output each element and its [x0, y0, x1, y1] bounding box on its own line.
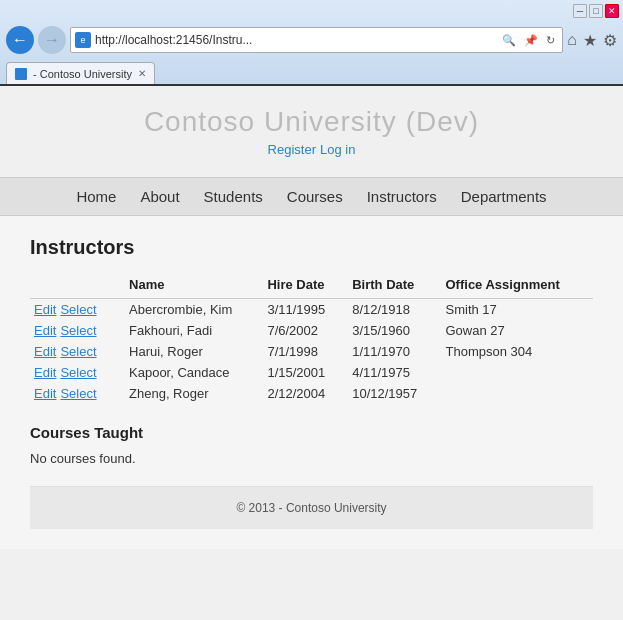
refresh-icon[interactable]: ↻ — [543, 33, 558, 48]
birth-date: 8/12/1918 — [348, 299, 441, 321]
birth-date: 10/12/1957 — [348, 383, 441, 404]
no-courses-message: No courses found. — [30, 451, 593, 466]
content-area: Instructors Name Hire Date Birth Date Of… — [0, 216, 623, 549]
edit-button[interactable]: Edit — [34, 344, 56, 359]
minimize-button[interactable]: ─ — [573, 4, 587, 18]
courses-taught-heading: Courses Taught — [30, 424, 593, 441]
nav-departments[interactable]: Departments — [461, 188, 547, 205]
page-heading: Instructors — [30, 236, 593, 259]
row-actions: EditSelect — [30, 320, 125, 341]
instructor-name: Abercrombie, Kim — [125, 299, 263, 321]
birth-date: 4/11/1975 — [348, 362, 441, 383]
register-link[interactable]: Register — [268, 142, 316, 157]
login-link[interactable]: Log in — [320, 142, 355, 157]
table-row: EditSelectHarui, Roger7/1/19981/11/1970T… — [30, 341, 593, 362]
col-birth-date: Birth Date — [348, 273, 441, 299]
tab-close-button[interactable]: ✕ — [138, 68, 146, 79]
title-bar: ─ □ ✕ — [0, 0, 623, 22]
select-button[interactable]: Select — [60, 344, 96, 359]
nav-about[interactable]: About — [140, 188, 179, 205]
nav-bar: ← → e http://localhost:21456/Instru... 🔍… — [0, 22, 623, 58]
pin-icon[interactable]: 📌 — [521, 33, 541, 48]
site-header: Contoso University (Dev) Register Log in — [0, 86, 623, 177]
select-button[interactable]: Select — [60, 323, 96, 338]
home-icon[interactable]: ⌂ — [567, 31, 577, 49]
edit-button[interactable]: Edit — [34, 365, 56, 380]
settings-icon[interactable]: ⚙ — [603, 31, 617, 50]
col-name: Name — [125, 273, 263, 299]
toolbar-right: ⌂ ★ ⚙ — [567, 31, 617, 50]
select-button[interactable]: Select — [60, 386, 96, 401]
hire-date: 3/11/1995 — [263, 299, 348, 321]
office-assignment: Smith 17 — [442, 299, 594, 321]
office-assignment: Thompson 304 — [442, 341, 594, 362]
favorites-icon[interactable]: ★ — [583, 31, 597, 50]
select-button[interactable]: Select — [60, 365, 96, 380]
auth-links: Register Log in — [0, 142, 623, 157]
instructors-table: Name Hire Date Birth Date Office Assignm… — [30, 273, 593, 404]
tab-favicon — [15, 68, 27, 80]
page-footer: © 2013 - Contoso University — [30, 486, 593, 529]
col-office: Office Assignment — [442, 273, 594, 299]
edit-button[interactable]: Edit — [34, 323, 56, 338]
page-content: Contoso University (Dev) Register Log in… — [0, 86, 623, 620]
nav-students[interactable]: Students — [204, 188, 263, 205]
instructor-name: Fakhouri, Fadi — [125, 320, 263, 341]
instructor-name: Zheng, Roger — [125, 383, 263, 404]
table-row: EditSelectKapoor, Candace1/15/20014/11/1… — [30, 362, 593, 383]
table-row: EditSelectFakhouri, Fadi7/6/20023/15/196… — [30, 320, 593, 341]
office-assignment — [442, 383, 594, 404]
col-hire-date: Hire Date — [263, 273, 348, 299]
nav-courses[interactable]: Courses — [287, 188, 343, 205]
address-icons: 🔍 📌 ↻ — [499, 33, 558, 48]
office-assignment — [442, 362, 594, 383]
instructor-name: Harui, Roger — [125, 341, 263, 362]
select-button[interactable]: Select — [60, 302, 96, 317]
table-row: EditSelectAbercrombie, Kim3/11/19958/12/… — [30, 299, 593, 321]
row-actions: EditSelect — [30, 383, 125, 404]
address-favicon: e — [75, 32, 91, 48]
search-icon[interactable]: 🔍 — [499, 33, 519, 48]
hire-date: 1/15/2001 — [263, 362, 348, 383]
hire-date: 2/12/2004 — [263, 383, 348, 404]
nav-instructors[interactable]: Instructors — [367, 188, 437, 205]
site-title: Contoso University (Dev) — [0, 106, 623, 138]
birth-date: 3/15/1960 — [348, 320, 441, 341]
birth-date: 1/11/1970 — [348, 341, 441, 362]
maximize-button[interactable]: □ — [589, 4, 603, 18]
edit-button[interactable]: Edit — [34, 386, 56, 401]
url-display: http://localhost:21456/Instru... — [95, 33, 495, 47]
row-actions: EditSelect — [30, 299, 125, 321]
hire-date: 7/1/1998 — [263, 341, 348, 362]
instructor-name: Kapoor, Candace — [125, 362, 263, 383]
table-row: EditSelectZheng, Roger2/12/200410/12/195… — [30, 383, 593, 404]
hire-date: 7/6/2002 — [263, 320, 348, 341]
nav-home[interactable]: Home — [76, 188, 116, 205]
active-tab[interactable]: - Contoso University ✕ — [6, 62, 155, 84]
office-assignment: Gowan 27 — [442, 320, 594, 341]
tab-label: - Contoso University — [33, 68, 132, 80]
forward-button[interactable]: → — [38, 26, 66, 54]
back-button[interactable]: ← — [6, 26, 34, 54]
row-actions: EditSelect — [30, 341, 125, 362]
tab-bar: - Contoso University ✕ — [0, 58, 623, 84]
address-bar[interactable]: e http://localhost:21456/Instru... 🔍 📌 ↻ — [70, 27, 563, 53]
main-nav: Home About Students Courses Instructors … — [0, 177, 623, 216]
row-actions: EditSelect — [30, 362, 125, 383]
close-button[interactable]: ✕ — [605, 4, 619, 18]
col-actions — [30, 273, 125, 299]
edit-button[interactable]: Edit — [34, 302, 56, 317]
